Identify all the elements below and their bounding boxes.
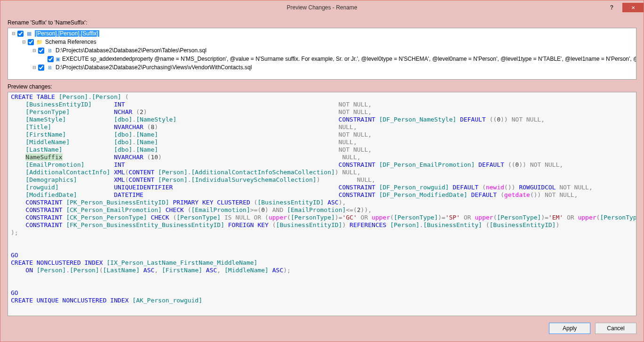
tree-item-label: [Person].[Person].[Suffix] [35, 30, 99, 37]
rename-label: Rename 'Suffix' to 'NameSuffix': [8, 19, 636, 26]
tree-row[interactable]: ⊟ ▦ [Person].[Person].[Suffix] [9, 29, 635, 38]
expand-icon[interactable]: ⊟ [32, 48, 37, 53]
tree-item-label: D:\Projects\Database2\Database2\Person\T… [56, 47, 207, 54]
titlebar-controls: ? ✕ [601, 3, 644, 12]
sql-file-icon: 🗎 [46, 47, 54, 54]
expand-icon[interactable]: ⊟ [11, 31, 16, 36]
apply-button[interactable]: Apply [549, 323, 590, 334]
sql-file-icon: 🗎 [46, 64, 54, 71]
tree-checkbox[interactable] [38, 65, 44, 71]
tree-checkbox[interactable] [28, 39, 34, 45]
button-bar: Apply Cancel [8, 321, 636, 337]
exec-icon: ▣ [56, 55, 60, 63]
tree-checkbox[interactable] [17, 31, 24, 37]
window-title: Preview Changes - Rename [286, 4, 357, 11]
tree-row[interactable]: ▣ EXECUTE sp_addextendedproperty @name =… [9, 55, 635, 63]
code-preview[interactable]: CREATE TABLE [Person].[Person] ( [Busine… [8, 92, 636, 316]
tree-item-label: EXECUTE sp_addextendedproperty @name = N… [62, 56, 636, 62]
tree-checkbox[interactable] [48, 56, 54, 62]
tree-item-label: D:\Projects\Database2\Database2\Purchasi… [56, 64, 252, 71]
expand-icon[interactable]: ⊟ [21, 40, 27, 44]
help-button[interactable]: ? [601, 3, 622, 12]
changes-tree[interactable]: ⊟ ▦ [Person].[Person].[Suffix] ⊟ 📁 Schem… [8, 28, 636, 80]
tree-item-label: Schema References [45, 39, 96, 45]
tree-checkbox[interactable] [38, 48, 44, 54]
column-icon: ▦ [25, 30, 33, 37]
tree-row[interactable]: ⊟ 🗎 D:\Projects\Database2\Database2\Purc… [9, 63, 635, 72]
tree-row[interactable]: ⊟ 📁 Schema References [9, 38, 635, 46]
dialog-window: Preview Changes - Rename ? ✕ Rename 'Suf… [0, 0, 644, 342]
tree-row[interactable]: ⊟ 🗎 D:\Projects\Database2\Database2\Pers… [9, 46, 635, 55]
cancel-button[interactable]: Cancel [595, 323, 636, 334]
close-button[interactable]: ✕ [622, 3, 644, 12]
folder-icon: 📁 [36, 38, 43, 46]
content-area: Rename 'Suffix' to 'NameSuffix': ⊟ ▦ [Pe… [0, 15, 644, 342]
preview-label: Preview changes: [8, 83, 636, 90]
expand-icon[interactable]: ⊟ [32, 65, 37, 70]
titlebar[interactable]: Preview Changes - Rename ? ✕ [0, 0, 644, 15]
